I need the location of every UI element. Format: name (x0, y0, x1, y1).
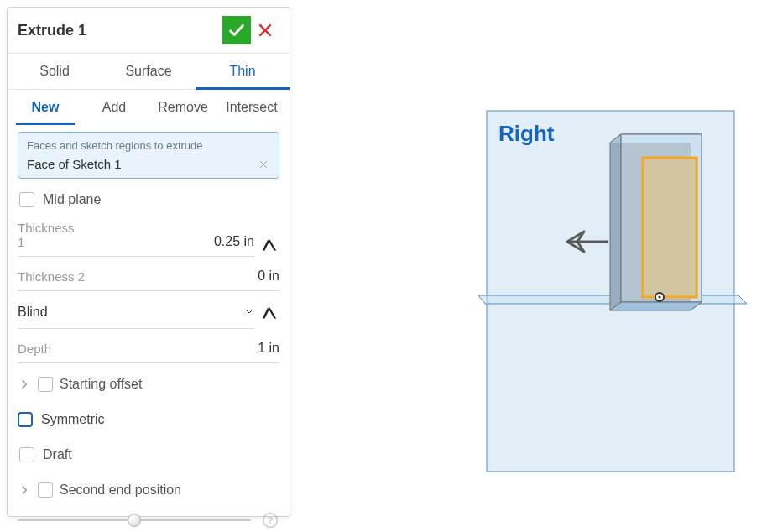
mid-plane-checkbox[interactable] (19, 192, 34, 207)
panel-footer: ? (8, 504, 290, 532)
draft-label: Draft (43, 447, 72, 462)
svg-marker-17 (567, 232, 584, 252)
thickness2-row: Thickness 2 (18, 263, 279, 291)
chevron-right-icon (18, 484, 30, 496)
draft-checkbox[interactable] (19, 447, 34, 462)
starting-offset-checkbox[interactable] (38, 377, 53, 392)
end-type-dropdown[interactable]: Blind (18, 300, 254, 325)
selection-value: Face of Sketch 1 (27, 157, 270, 171)
mid-plane-label: Mid plane (43, 192, 101, 207)
depth-input[interactable] (112, 336, 279, 361)
svg-marker-11 (610, 143, 691, 310)
check-icon (227, 21, 246, 39)
draft-row: Draft (18, 441, 279, 469)
slider-thumb[interactable] (128, 514, 141, 527)
tab-solid[interactable]: Solid (8, 54, 102, 89)
help-button[interactable]: ? (261, 511, 279, 529)
second-end-label: Second end position (60, 482, 181, 498)
confirm-button[interactable] (222, 16, 251, 44)
symmetric-checkbox[interactable] (18, 412, 33, 427)
end-type-value: Blind (18, 305, 48, 320)
clear-selection-button[interactable] (257, 158, 270, 171)
cancel-button[interactable] (251, 16, 279, 44)
direction-flip-button[interactable] (259, 303, 279, 323)
svg-marker-7 (478, 295, 747, 304)
flip-icon (260, 236, 279, 254)
help-icon: ? (262, 512, 279, 529)
plane-label: Right (498, 121, 554, 147)
opacity-slider[interactable] (18, 512, 251, 529)
depth-row: Depth (18, 336, 279, 363)
second-end-row: Second end position (18, 476, 279, 504)
mid-plane-row: Mid plane (18, 185, 279, 214)
panel-header: Extrude 1 (8, 8, 290, 54)
tab-surface[interactable]: Surface (102, 54, 196, 89)
end-type-row: Blind (18, 298, 254, 329)
selection-box[interactable]: Faces and sketch regions to extrude Face… (18, 132, 279, 179)
svg-rect-6 (487, 111, 734, 472)
panel-body: Faces and sketch regions to extrude Face… (8, 125, 290, 504)
svg-point-14 (655, 293, 664, 301)
thickness1-label: Thickness 1 (18, 221, 80, 254)
selection-label: Faces and sketch regions to extrude (27, 139, 270, 152)
depth-label: Depth (18, 342, 105, 361)
chevron-right-icon (18, 378, 30, 390)
starting-offset-expand[interactable] (18, 378, 31, 391)
second-end-expand[interactable] (18, 483, 31, 497)
tab-remove[interactable]: Remove (149, 90, 217, 125)
tab-add[interactable]: Add (80, 90, 149, 125)
svg-marker-8 (610, 134, 702, 143)
extrude-dialog: Extrude 1 Solid Surface Thin New Add Rem… (7, 7, 290, 517)
close-icon (257, 22, 274, 39)
thickness1-input[interactable] (86, 229, 254, 254)
panel-title: Extrude 1 (18, 22, 222, 39)
tabs-secondary: New Add Remove Intersect (8, 90, 290, 125)
tab-intersect[interactable]: Intersect (217, 90, 286, 125)
svg-marker-9 (610, 134, 621, 310)
symmetric-row: Symmetric (18, 405, 279, 434)
chevron-down-icon (244, 305, 254, 320)
thickness1-flip-button[interactable] (259, 235, 279, 255)
svg-marker-13 (643, 158, 697, 297)
flip-icon (260, 304, 279, 322)
tab-new[interactable]: New (11, 90, 80, 125)
svg-text:?: ? (267, 514, 273, 525)
thickness2-input[interactable] (112, 263, 279, 289)
viewport-3d: Right (478, 92, 755, 487)
thickness2-label: Thickness 2 (18, 269, 105, 289)
tabs-primary: Solid Surface Thin (8, 54, 290, 90)
x-icon (258, 159, 269, 170)
tab-thin[interactable]: Thin (196, 54, 290, 89)
starting-offset-row: Starting offset (18, 370, 279, 399)
symmetric-label: Symmetric (41, 412, 105, 427)
svg-marker-12 (610, 302, 702, 310)
svg-marker-10 (621, 134, 702, 302)
thickness1-row: Thickness 1 (18, 221, 254, 257)
second-end-checkbox[interactable] (38, 482, 53, 498)
starting-offset-label: Starting offset (60, 377, 142, 392)
svg-point-15 (658, 295, 660, 298)
